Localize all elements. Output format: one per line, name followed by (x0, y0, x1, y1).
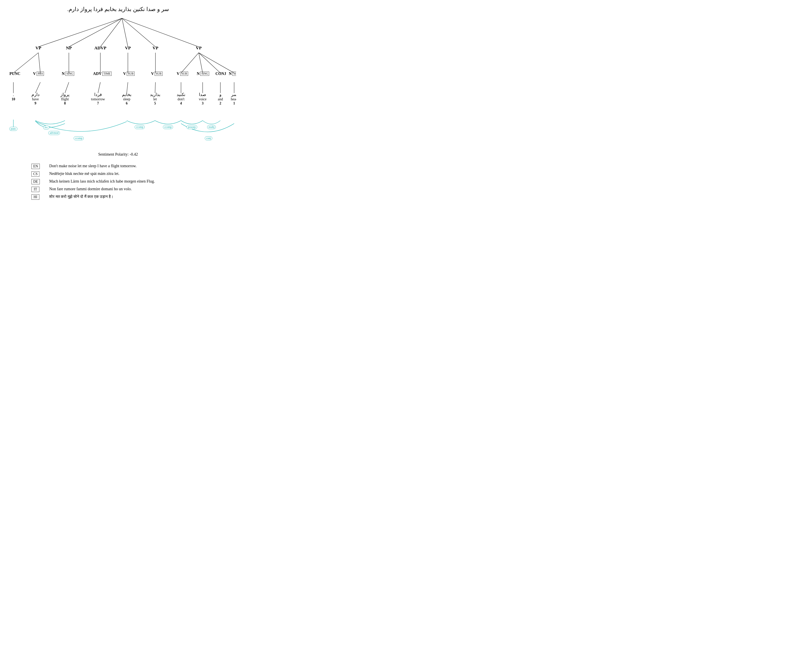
translation-hi: HI शोर मत करो मुझे सोने दो मैं कल एक उड़… (30, 193, 207, 201)
translation-en: EN Don't make noise let me sleep I have … (30, 163, 207, 170)
dep-punc: punc (9, 127, 17, 131)
word-3: صدا voice 3 (199, 92, 207, 106)
dep-ccomp-big: ccomp (74, 136, 84, 140)
pos-conj: CONJ (215, 71, 226, 76)
translation-en-text: Don't make noise let me sleep I have a f… (47, 163, 207, 170)
word-9: دارم have 9 (32, 92, 40, 106)
tree-area: VP NP ADVP VP VP VP PUNC V PRS N SING AD… (4, 16, 232, 150)
pos-v-prs: V PRS (33, 71, 44, 76)
pos-n-sing-8: N SING (62, 71, 74, 76)
dep-conj: conj (205, 136, 212, 140)
lang-it: IT (32, 187, 40, 192)
word-7: فردا tomorrow 7 (91, 92, 105, 106)
svg-line-17 (35, 82, 40, 93)
translation-cs-text: Nedělejte hluk nechte mě spát mám zítra … (47, 170, 207, 178)
dep-ccomp-54: ccomp (163, 125, 173, 129)
pos-n-sing-3: N SING (197, 71, 209, 76)
svg-line-5 (122, 18, 199, 47)
tree-svg (4, 16, 232, 150)
word-1: سر head 1 (231, 92, 236, 106)
dep-nsubj: nsubj (207, 125, 216, 129)
pos-n-sing-1: N SING (229, 71, 236, 76)
svg-line-2 (100, 18, 122, 47)
svg-line-7 (38, 53, 40, 73)
lang-hi: HI (32, 194, 40, 200)
svg-line-15 (199, 53, 234, 73)
word-4: نکنید don't 4 (177, 92, 185, 106)
pos-v-sub-5: V SUB (151, 71, 163, 76)
svg-line-19 (98, 82, 100, 93)
word-2: و and 2 (218, 92, 223, 106)
word-10: . 10 (12, 92, 15, 101)
svg-line-0 (38, 18, 122, 47)
lang-cs: CS (32, 171, 40, 177)
translations-table: EN Don't make noise let me sleep I have … (30, 163, 207, 201)
svg-line-21 (155, 82, 155, 93)
phrase-vp1: VP (35, 46, 41, 51)
pos-adv-time: ADV TIME (93, 71, 112, 76)
dep-posoep: posoep (186, 125, 197, 129)
pos-punc: PUNC (9, 71, 21, 76)
sentiment-polarity: Sentiment Polarity: -0.42 (98, 152, 138, 157)
svg-line-18 (65, 82, 69, 93)
lang-en: EN (32, 164, 40, 169)
word-6: بخابم sleep 6 (122, 92, 131, 106)
svg-line-6 (13, 53, 38, 73)
phrase-advp: ADVP (94, 46, 106, 51)
word-5: بذارید let 5 (150, 92, 160, 106)
translation-cs: CS Nedělejte hluk nechte mě spát mám zít… (30, 170, 207, 178)
translation-hi-text: शोर मत करो मुझे सोने दो मैं कल एक उड़ान … (47, 193, 207, 201)
lang-de: DE (32, 179, 40, 184)
phrase-vp3: VP (152, 46, 158, 51)
dep-ccomp-65: ccomp (134, 125, 145, 129)
translation-it: IT Non fare rumore fammi dormire domani … (30, 185, 207, 193)
dep-lvc: lvc (43, 125, 49, 130)
pos-v-sub-4: V SUB (177, 71, 188, 76)
word-8: پرواز flight 8 (60, 92, 70, 106)
svg-line-1 (69, 18, 122, 47)
pos-v-sub-6: V SUB (123, 71, 134, 76)
svg-line-12 (181, 53, 199, 73)
phrase-vp4: VP (196, 46, 201, 51)
main-container: سر و صدا نکنین بذارید بخابم فردا پرواز د… (4, 4, 232, 201)
translation-de-text: Mach keinen Lärm lass mich schlafen ich … (47, 178, 207, 185)
translation-it-text: Non fare rumore fammi dormire domani ho … (47, 185, 207, 193)
translation-de: DE Mach keinen Lärm lass mich schlafen i… (30, 178, 207, 185)
svg-line-20 (127, 82, 128, 93)
phrase-vp2: VP (125, 46, 131, 51)
phrase-np1: NP (66, 46, 72, 51)
dep-advmod: advmod (48, 131, 60, 135)
arabic-sentence: سر و صدا نکنین بذارید بخابم فردا پرواز د… (67, 6, 169, 13)
